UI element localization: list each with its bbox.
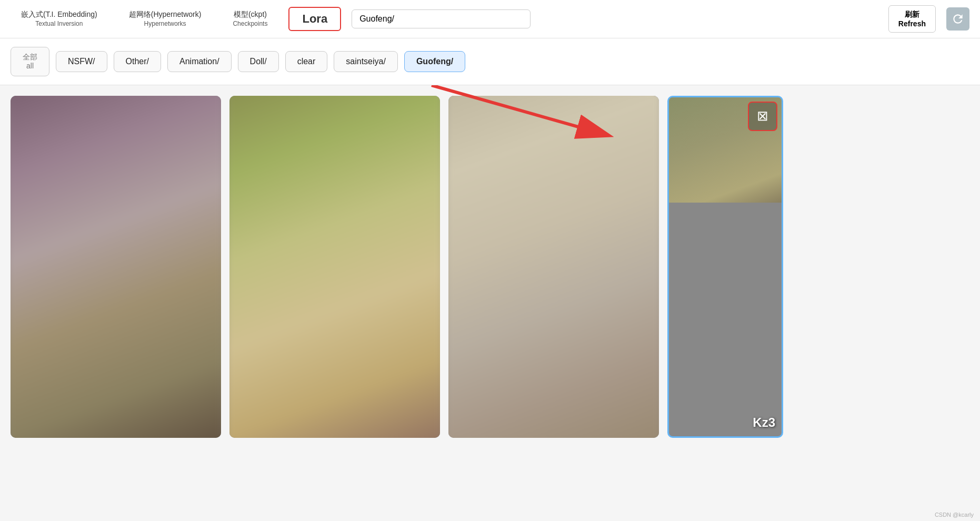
card1-image — [11, 96, 221, 438]
image-card-1[interactable] — [11, 96, 221, 438]
top-bar: 嵌入式(T.I. Embedding) Textual Inversion 超网… — [0, 0, 980, 38]
tab-checkpoints[interactable]: 模型(ckpt) Checkpoints — [222, 6, 278, 32]
tab-textual-inversion[interactable]: 嵌入式(T.I. Embedding) Textual Inversion — [11, 6, 108, 32]
card2-image — [229, 96, 440, 438]
filter-doll[interactable]: Doll/ — [238, 51, 279, 72]
filter-nsfw[interactable]: NSFW/ — [56, 51, 107, 72]
filter-clear[interactable]: clear — [285, 51, 328, 72]
image-card-2[interactable] — [229, 96, 440, 438]
filter-bar: 全部 all NSFW/ Other/ Animation/ Doll/ cle… — [0, 38, 980, 85]
filter-all[interactable]: 全部 all — [11, 47, 49, 76]
content-area: ⊠ Kz3 — [0, 85, 980, 454]
card4-top-image: ⊠ — [669, 97, 782, 203]
refresh-button[interactable]: 刷新 Refresh — [888, 5, 936, 33]
card4-selected-indicator[interactable]: ⊠ — [748, 102, 777, 131]
filter-animation[interactable]: Animation/ — [167, 51, 232, 72]
card3-image — [448, 96, 659, 438]
tab-lora[interactable]: Lora — [288, 7, 341, 32]
card4-label: Kz3 — [753, 415, 775, 430]
search-input[interactable] — [352, 9, 531, 28]
filter-saintseiya[interactable]: saintseiya/ — [334, 51, 398, 72]
filter-other[interactable]: Other/ — [114, 51, 161, 72]
tab-hypernetworks[interactable]: 超网络(Hypernetwork) Hypernetworks — [118, 6, 212, 32]
filter-guofeng[interactable]: Guofeng/ — [404, 51, 465, 72]
image-card-4[interactable]: ⊠ Kz3 — [667, 96, 783, 438]
refresh-icon-button[interactable] — [946, 7, 969, 31]
watermark: CSDN @kcarly — [935, 512, 974, 518]
refresh-icon — [951, 12, 965, 26]
image-card-3[interactable] — [448, 96, 659, 438]
